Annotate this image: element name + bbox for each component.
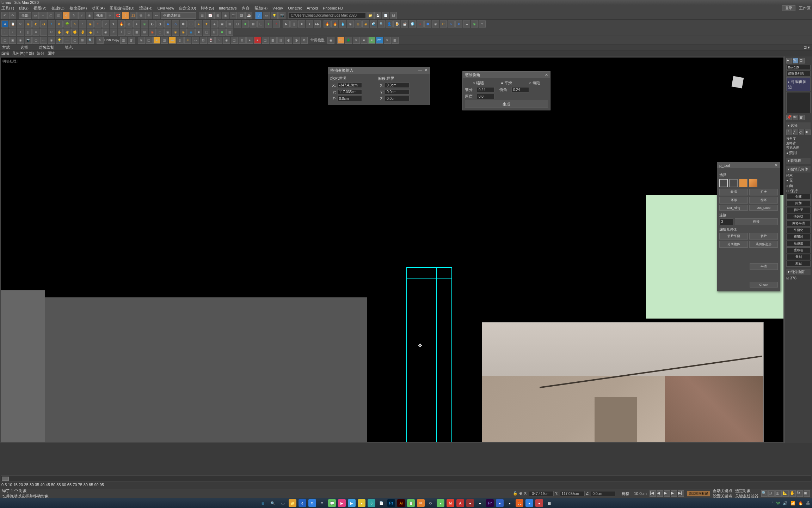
tray-icon[interactable]: 🔥 [798,501,803,506]
field3-input[interactable] [477,94,494,99]
undo-icon[interactable]: ↶ [1,12,8,19]
menu-tools[interactable]: 工具(T) [1,6,14,11]
ribbon-tab[interactable]: 对象绘制 [39,45,54,50]
tool-icon[interactable]: ▭ [63,37,70,44]
menu-arnold[interactable]: Arnold [307,6,318,10]
tool-icon[interactable]: ✂ [48,29,55,36]
illustrator-icon[interactable]: Ai [397,499,405,507]
goto-end-icon[interactable]: ▶| [678,490,684,497]
phoenix-icon[interactable]: R [440,20,447,28]
zoom-extents-icon[interactable]: ◫ [775,490,782,497]
subdiv-section[interactable]: 细分曲面 [786,269,811,275]
tool-icon[interactable]: ⌇ [17,29,24,36]
menu-group[interactable]: 组(G) [19,6,29,11]
ring-button[interactable]: 环形 [719,197,748,204]
phoenix-icon[interactable]: ≋ [455,20,462,28]
poly-subobj-icon[interactable]: ■ [805,129,811,135]
polyshape-button[interactable]: 几何多边形 [749,241,778,248]
orbit-icon[interactable]: ↻ [796,490,803,497]
phoenix-icon[interactable]: ◉ [362,20,369,28]
plugin-icon[interactable]: ♥ [265,20,272,28]
tool-icon[interactable]: ■ [219,29,226,36]
phoenix-icon[interactable]: ◉ [347,20,354,28]
tool-icon[interactable]: ◑ [293,37,300,44]
create-button[interactable]: 创建 [786,194,811,200]
tool-icon[interactable]: ■ [361,37,368,44]
menu-grapheditors[interactable]: 图形编辑器(D) [110,6,134,11]
edge-subobj-icon[interactable]: ╱ [793,129,798,135]
menu-civilview[interactable]: Civil View [158,6,174,10]
loop-button[interactable]: 循环 [749,197,778,204]
menu-views[interactable]: 视图(V) [33,6,47,11]
tool-icon[interactable]: ◫ [120,37,127,44]
plugin-icon[interactable]: ▤ [226,20,233,28]
attach-button[interactable]: 附加 [786,200,811,206]
plugin-icon[interactable]: ■ [242,20,249,28]
plugin-icon[interactable]: ⊡ [234,20,241,28]
tool-icon[interactable]: ▦ [392,37,399,44]
photoshop-icon[interactable]: Ps [387,499,395,507]
start-icon[interactable]: ⊞ [259,499,267,507]
hierarchy-tab-icon[interactable]: ⊡ [799,58,805,64]
tool-icon[interactable]: ⊡ [200,37,207,44]
radio1[interactable]: ○ 缩缩 [473,80,484,86]
menu-modifiers[interactable]: 修改器(M) [69,6,87,11]
premiere-icon[interactable]: Pr [486,499,494,507]
plugin-icon[interactable]: ● [133,20,140,28]
vertex-subobj-icon[interactable]: ⋮ [786,129,792,135]
plugin-icon[interactable]: ↯ [110,20,117,28]
off-z-input[interactable] [385,96,410,101]
phoenix-icon[interactable]: 🌊 [370,20,377,28]
prev-frame-icon[interactable]: ◀ [657,490,663,497]
relax-button[interactable]: 松弛选 [786,241,811,247]
tool-icon[interactable]: ✋ [56,29,63,36]
planar-button[interactable]: 平面化 [786,227,811,233]
field2-input[interactable] [511,87,529,92]
menu-content[interactable]: 内容 [242,6,250,11]
menu-interactive[interactable]: Interactive [219,6,237,10]
selection-section[interactable]: 选择 [786,122,811,129]
pin-icon[interactable]: 📌 [786,115,792,120]
dotloop-button[interactable]: Dot_Loop [749,205,778,211]
preserve-check[interactable]: ☐ 保持 [786,188,811,194]
tool-icon[interactable]: ◉ [223,37,230,44]
tool-icon[interactable]: 💡 [56,37,63,44]
abs-y-input[interactable] [337,89,362,95]
phoenix-icon[interactable]: ● [417,20,424,28]
check-button[interactable]: Check [750,282,778,288]
abs-z-input[interactable] [337,96,362,101]
tool-icon[interactable]: ◐ [285,37,292,44]
modifier-stack[interactable] [786,92,811,113]
plugin-icon[interactable]: ◑ [40,20,47,28]
firefox-icon[interactable]: 🦊 [516,499,523,507]
tool-icon[interactable]: 👆 [87,29,94,36]
menu-vray[interactable]: V-Ray [272,6,283,10]
menu-create[interactable]: 创建(C) [51,6,64,11]
tool-icon[interactable]: ◉ [48,37,55,44]
plugin-icon[interactable]: ◐ [32,20,39,28]
tool-icon[interactable]: 🗑 [128,37,135,44]
curve-editor-icon[interactable]: 📈 [207,12,214,19]
plugin-icon[interactable]: ⬡ [187,20,195,28]
render-setup-icon[interactable]: 🎬 [230,12,237,19]
phoenix-icon[interactable]: 🔥 [324,20,331,28]
tool-icon[interactable]: ● [254,37,261,44]
snap3d-icon[interactable]: 3 [122,12,129,19]
close-icon[interactable]: ✕ [775,163,778,168]
tool-icon[interactable]: 📷 [25,37,32,44]
vray-icon[interactable]: V [255,12,262,19]
plugin-icon[interactable]: ❋ [56,20,63,28]
material-icon[interactable]: ◉ [222,12,229,19]
app-icon[interactable]: ≡ [318,499,326,507]
tool-icon[interactable]: ▯ [177,37,184,44]
tool-icon[interactable]: ⌇ [9,29,16,36]
ime-lang[interactable]: 英 [806,501,810,506]
plugin-icon[interactable]: ◑ [156,20,164,28]
tool-icon[interactable]: ■ [195,29,202,36]
hide-button[interactable]: 复制 [786,254,811,260]
tool-icon[interactable]: ▣ [9,37,16,44]
phoenix-icon[interactable]: ⬢ [424,20,431,28]
app-icon[interactable]: ▶ [338,499,346,507]
phoenix-icon[interactable]: 🍺 [393,20,400,28]
search-icon[interactable]: 🔍 [269,499,277,507]
